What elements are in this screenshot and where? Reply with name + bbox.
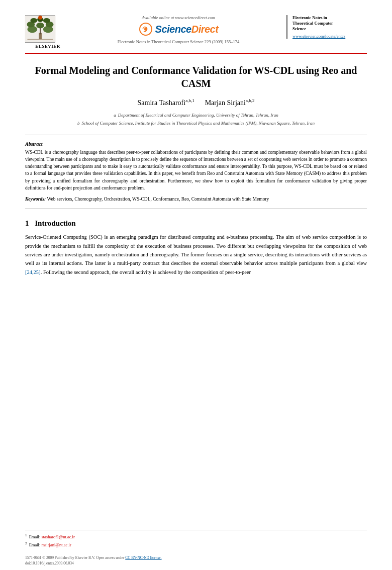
divider-2 xyxy=(25,209,367,209)
aff-b-letter: b xyxy=(77,120,80,127)
aff-b-text: School of Computer Science, Institute fo… xyxy=(82,120,315,127)
license-link[interactable]: CC BY-NC-ND license. xyxy=(125,555,161,560)
center-header: Available online at www.sciencedirect.co… xyxy=(70,15,286,44)
aff-a-letter: a xyxy=(114,112,116,119)
abstract-text: WS-CDL is a choreography language that d… xyxy=(25,149,367,192)
author1-name: Samira Tasharofi xyxy=(138,99,186,107)
section-1-number: 1 xyxy=(25,219,29,227)
footnote-1-email[interactable]: stasharof1@nt.ac.ir xyxy=(41,534,74,539)
journal-info-center: Electronic Notes in Theoretical Computer… xyxy=(118,39,240,44)
footnote-2: 2 Email: msirjani@nt.ac.ir xyxy=(25,541,367,548)
journal-title-right: Electronic Notes inTheoretical ComputerS… xyxy=(292,15,367,32)
elsevier-logo: ELSEVIER xyxy=(25,15,70,49)
footnote-1: 1 Email: stasharof1@nt.ac.ir xyxy=(25,533,367,540)
section-1-title: 1 Introduction xyxy=(25,219,367,228)
footnotes: 1 Email: stasharof1@nt.ac.ir 2 Email: ms… xyxy=(25,530,367,550)
copyright-bar: 1571-0661 © 2009 Published by Elsevier B… xyxy=(25,555,367,566)
author1-affiliation: a,b,1 xyxy=(185,98,194,103)
footnote-2-email[interactable]: msirjani@nt.ac.ir xyxy=(41,542,71,547)
ref-24-25[interactable]: [24,25] xyxy=(25,269,41,275)
abstract-label: Abstract xyxy=(25,141,367,147)
svg-point-5 xyxy=(30,18,37,23)
affiliations: a Department of Electrical and Computer … xyxy=(25,112,367,127)
page: ELSEVIER Available online at www.science… xyxy=(0,0,392,570)
svg-point-8 xyxy=(43,18,50,23)
affiliation-a: a Department of Electrical and Computer … xyxy=(25,112,367,119)
copyright-main: 1571-0661 © 2009 Published by Elsevier B… xyxy=(25,555,124,560)
divider-1 xyxy=(25,135,367,135)
website-link[interactable]: www.elsevier.com/locate/entcs xyxy=(292,34,367,39)
sd-icon xyxy=(139,22,153,36)
keywords-text: Web services, Choreography, Orchestratio… xyxy=(47,197,269,202)
affiliation-b: b School of Computer Science, Institute … xyxy=(25,120,367,127)
section-introduction: 1 Introduction Service-Oriented Computin… xyxy=(25,219,367,276)
elsevier-tree-image xyxy=(25,15,55,43)
keywords-line: Keywords: Web services, Choreography, Or… xyxy=(25,196,367,203)
title-section: Formal Modeling and Conformance Validati… xyxy=(25,64,367,127)
svg-point-11 xyxy=(38,16,42,20)
section-1-body: Service-Oriented Computing (SOC) is an e… xyxy=(25,233,367,276)
section-1-heading: Introduction xyxy=(35,219,75,227)
header: ELSEVIER Available online at www.science… xyxy=(25,15,367,54)
sciencedirect-logo: ScienceDirect xyxy=(139,22,219,36)
elsevier-name-text: ELSEVIER xyxy=(25,44,70,49)
doi-text: doi:10.1016/j.entcs.2009.06.034 xyxy=(25,561,367,566)
available-online-text: Available online at www.sciencedirect.co… xyxy=(142,15,215,20)
authors-line: Samira Tasharofia,b,1 Marjan Sirjania,b,… xyxy=(25,98,367,107)
footnote-1-label: Email: xyxy=(29,534,41,539)
aff-a-text: Department of Electrical and Computer En… xyxy=(118,112,278,119)
author2-affiliation: a,b,2 xyxy=(246,98,255,103)
copyright-text: 1571-0661 © 2009 Published by Elsevier B… xyxy=(25,555,367,561)
footnote-2-label: Email: xyxy=(29,542,41,547)
keywords-label: Keywords: xyxy=(25,197,46,202)
abstract-section: Abstract WS-CDL is a choreography langua… xyxy=(25,141,367,203)
author2-name: Marjan Sirjani xyxy=(205,99,246,107)
sciencedirect-text: ScienceDirect xyxy=(155,24,219,35)
main-title: Formal Modeling and Conformance Validati… xyxy=(25,64,367,90)
right-header: Electronic Notes inTheoretical ComputerS… xyxy=(286,15,367,39)
svg-point-14 xyxy=(144,28,147,31)
footnote-1-number: 1 xyxy=(25,533,27,537)
svg-point-10 xyxy=(36,23,44,29)
footnote-2-number: 2 xyxy=(25,541,27,545)
